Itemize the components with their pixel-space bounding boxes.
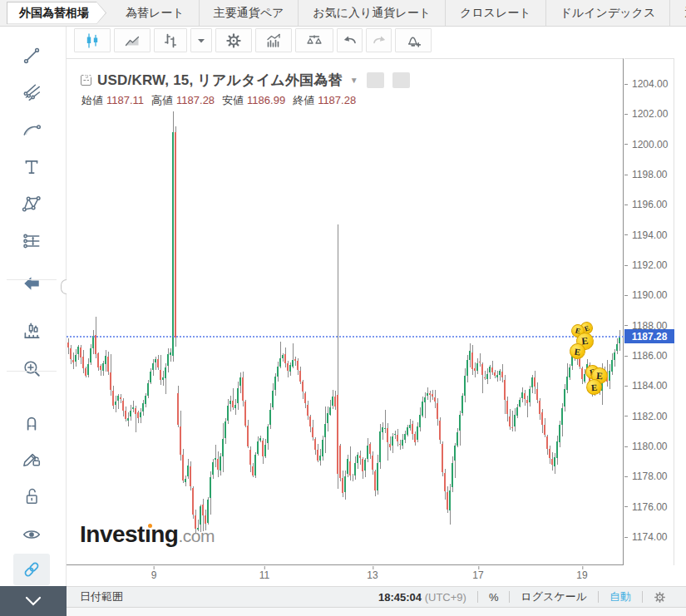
bar-measure-icon xyxy=(22,321,42,341)
hide-all-eye-icon xyxy=(22,525,42,545)
position-tool[interactable] xyxy=(13,225,50,257)
gann-fib-lines-icon xyxy=(22,82,42,102)
clock: 18:45:04 (UTC+9) xyxy=(378,591,466,604)
low-value: 1186.99 xyxy=(247,94,285,106)
current-price-badge: 1187.28 xyxy=(624,329,674,343)
lock-all-tool[interactable] xyxy=(13,480,50,512)
time-axis[interactable]: 911131719 xyxy=(67,566,624,586)
compare-scales-icon xyxy=(306,32,323,49)
chevron-down-icon[interactable]: ▼ xyxy=(350,76,358,85)
separator xyxy=(642,591,643,603)
hide-all-tool[interactable] xyxy=(13,519,50,550)
area-chart-icon xyxy=(124,32,141,49)
trend-line-tool[interactable] xyxy=(13,40,50,71)
redo-button[interactable] xyxy=(366,28,392,52)
chart-settings-button[interactable] xyxy=(215,28,252,52)
price-tick-label: 1174.00 xyxy=(624,531,674,543)
undo-button[interactable] xyxy=(337,28,363,52)
zoom-in-tool[interactable] xyxy=(13,352,50,384)
ohlc-bars-button[interactable] xyxy=(154,28,187,52)
indicators-icon xyxy=(265,32,282,49)
price-tick-label: 1188.00 xyxy=(624,320,674,332)
nav-tab-2[interactable]: 主要通貨ペア xyxy=(199,0,299,26)
price-tick-label: 1178.00 xyxy=(624,471,674,482)
compare-button[interactable] xyxy=(295,28,333,52)
text-tool[interactable] xyxy=(13,151,50,183)
alert-bell-add-icon xyxy=(405,32,422,49)
price-tick-label: 1192.00 xyxy=(624,259,674,271)
nav-tab-3[interactable]: お気に入り通貨レート xyxy=(298,0,445,26)
time-tick-label: 17 xyxy=(472,569,483,581)
drawing-lock-pencil-icon xyxy=(22,448,42,468)
caret-down-icon xyxy=(193,32,210,49)
candlestick-chart-icon xyxy=(84,32,101,49)
area-chart-button[interactable] xyxy=(114,28,151,52)
nav-tab-1[interactable]: 為替レート xyxy=(111,0,199,26)
nav-tab-label: 外国為替相場 xyxy=(7,2,106,24)
toggle-visibility-button[interactable] xyxy=(367,72,384,88)
bar-measure-tool[interactable] xyxy=(13,315,50,347)
curve-brush-icon xyxy=(22,120,42,140)
low-label: 安値 xyxy=(222,94,244,106)
log-scale-button[interactable]: ログスケール xyxy=(521,589,587,604)
chart-bottom-bar: 日付範囲 18:45:04 (UTC+9) % ログスケール 自動 xyxy=(67,586,686,608)
trend-line-icon xyxy=(22,46,42,66)
candlestick-chart-button[interactable] xyxy=(74,28,111,52)
collapse-arrow[interactable] xyxy=(13,268,50,299)
price-tick-label: 1194.00 xyxy=(624,229,674,241)
redo-icon xyxy=(371,32,387,49)
text-tool-icon xyxy=(22,157,42,177)
chart-type-dropdown[interactable] xyxy=(190,28,212,52)
price-tick-label: 1186.00 xyxy=(624,350,674,362)
link-chart-icon xyxy=(22,559,42,579)
nav-tab-4[interactable]: クロスレート xyxy=(445,0,545,26)
settings-gear-icon xyxy=(225,32,242,49)
long-short-position-icon xyxy=(22,231,42,251)
sidebar-divider xyxy=(7,279,57,280)
price-tick-label: 1202.00 xyxy=(624,108,674,120)
time-tick-label: 11 xyxy=(259,569,269,581)
create-alert-button[interactable] xyxy=(395,28,432,52)
chart-plot[interactable]: Investıng.com USD/KRW, 15, リアルタイム外国為替 ▼ … xyxy=(67,58,624,565)
price-tick-label: 1184.00 xyxy=(624,380,674,392)
high-value: 1187.28 xyxy=(176,94,215,106)
sidebar-collapse-button[interactable] xyxy=(0,586,67,616)
drawing-lock-tool[interactable] xyxy=(13,442,50,474)
nav-tab-6[interactable]: 通貨 xyxy=(669,0,686,26)
close-label: 終値 xyxy=(293,94,314,106)
price-tick-label: 1182.00 xyxy=(624,411,674,422)
nav-tab-0-active[interactable]: 外国為替相場 xyxy=(7,2,106,24)
candlestick-canvas xyxy=(67,59,624,566)
collapse-arrow-left-icon xyxy=(22,274,42,293)
xabcd-pattern-icon xyxy=(22,194,42,214)
price-tick-label: 1176.00 xyxy=(624,501,674,513)
price-tick-label: 1196.00 xyxy=(624,199,674,210)
percent-scale-button[interactable]: % xyxy=(489,591,499,604)
auto-scale-button[interactable]: 自動 xyxy=(610,589,631,604)
open-value: 1187.11 xyxy=(106,94,144,106)
date-range-button[interactable]: 日付範囲 xyxy=(67,589,123,604)
price-axis[interactable]: 1187.28 1204.001202.001200.001198.001196… xyxy=(624,58,674,565)
high-label: 高値 xyxy=(151,94,173,106)
axis-settings-gear-icon[interactable] xyxy=(654,591,666,604)
separator xyxy=(598,591,599,603)
magnet-mode-tool[interactable] xyxy=(13,407,50,438)
lock-open-icon xyxy=(22,486,42,506)
nav-tab-5[interactable]: ドルインデックス xyxy=(545,0,670,26)
drawing-sidebar xyxy=(0,27,67,616)
ohlc-bars-icon xyxy=(162,32,179,49)
forex-chart-app: 外国為替相場為替レート主要通貨ペアお気に入り通貨レートクロスレートドルインデック… xyxy=(0,0,686,616)
open-label: 始値 xyxy=(81,94,103,106)
economic-event-marker[interactable]: E xyxy=(585,378,602,395)
series-settings-button[interactable] xyxy=(392,72,410,88)
gann-fib-tool[interactable] xyxy=(13,76,50,108)
xabcd-pattern-tool[interactable] xyxy=(13,188,50,219)
price-tick-label: 1198.00 xyxy=(624,169,674,180)
indicators-button[interactable] xyxy=(255,28,292,52)
chart-header: USD/KRW, 15, リアルタイム外国為替 ▼ xyxy=(81,71,410,90)
pane-collapse-handle[interactable] xyxy=(61,279,67,294)
current-price-line xyxy=(67,336,624,338)
brush-curve-tool[interactable] xyxy=(13,114,50,145)
link-tool[interactable] xyxy=(13,554,50,585)
sidebar-divider xyxy=(7,371,57,372)
